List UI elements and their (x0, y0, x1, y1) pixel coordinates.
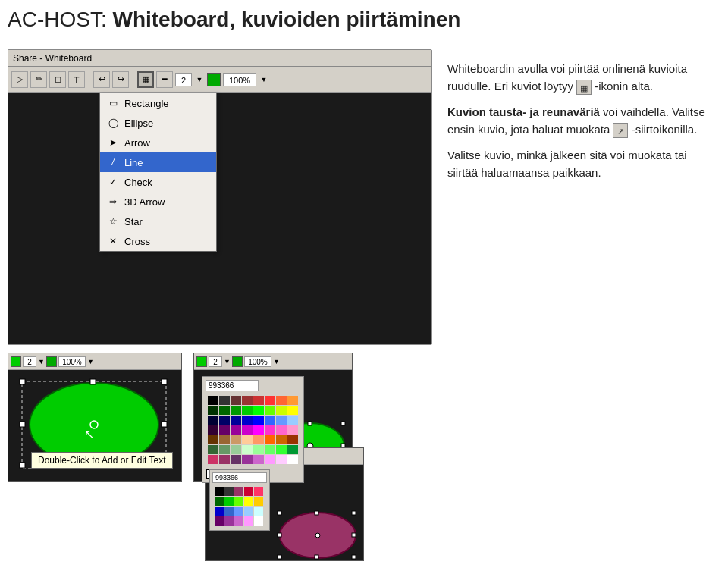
mini-number-2: 2 (209, 356, 222, 367)
main-toolbar: ▷ ✏ ◻ T ↩ ↪ ▦ ━ 2 ▼ 100% ▼ (8, 67, 431, 93)
shapes-dropdown[interactable]: ▭ Rectangle ◯ Ellipse ➤ Arrow / Line ✓ C… (99, 93, 217, 252)
hex-input[interactable]: 993366 (206, 380, 259, 391)
dropdown-arrow-weight[interactable]: ▼ (194, 71, 205, 88)
shape-check[interactable]: ✓ Check (100, 172, 216, 192)
shape-arrow[interactable]: ➤ Arrow (100, 133, 216, 152)
mini-percent-2: 100% (244, 356, 271, 367)
hex-input-2[interactable]: 993366 (212, 472, 267, 483)
page-title: AC-HOST: Whiteboard, kuvioiden piirtämin… (8, 8, 460, 32)
rectangle-icon: ▭ (106, 96, 120, 110)
canvas-area[interactable] (8, 93, 431, 344)
svg-rect-6 (162, 422, 167, 427)
shape-ellipse-label: Ellipse (124, 118, 153, 129)
mini-color-3 (196, 356, 207, 367)
ellipse-canvas: ↖ Double-Click to Add or Edit Text (8, 370, 181, 482)
svg-rect-30 (278, 533, 281, 537)
svg-text:↖: ↖ (84, 428, 94, 441)
cross-icon: ✕ (106, 234, 120, 248)
svg-rect-24 (315, 511, 318, 515)
eraser-icon[interactable]: ◻ (49, 71, 66, 88)
shape-line[interactable]: / Line (100, 152, 216, 172)
tooltip: Double-Click to Add or Edit Text (31, 452, 173, 469)
mini-color-2 (46, 356, 57, 367)
redo-icon[interactable]: ↪ (112, 71, 129, 88)
mini-percent-1: 100% (58, 356, 86, 367)
svg-point-31 (315, 533, 320, 538)
mini-number-1: 2 (23, 356, 36, 367)
toolbar-separator-1 (89, 72, 89, 87)
mini-toolbar-2: 2 ▼ 100% ▼ (194, 353, 352, 370)
desc-p2-suffix: -siirtoikonilla. (632, 123, 698, 136)
color-picker-box[interactable] (207, 73, 221, 86)
dropdown-arrow-zoom[interactable]: ▼ (259, 71, 269, 88)
mini-toolbar-1: 2 ▼ 100% ▼ (8, 353, 181, 370)
svg-rect-15 (341, 422, 345, 425)
pencil-icon[interactable]: ✏ (30, 71, 47, 88)
shape-3darrow[interactable]: ⇒ 3D Arrow (100, 192, 216, 212)
shape-line-label: Line (124, 157, 143, 168)
shape-ellipse[interactable]: ◯ Ellipse (100, 113, 216, 133)
svg-rect-2 (20, 379, 25, 384)
mini-drop-1: ▼ (38, 358, 45, 366)
color-grid[interactable] (206, 394, 300, 466)
arrow-icon: ➤ (106, 136, 120, 149)
shape-star-label: Star (124, 216, 143, 227)
svg-rect-7 (20, 463, 25, 468)
shape-rectangle-label: Rectangle (124, 98, 169, 109)
text-icon[interactable]: T (68, 71, 85, 88)
desc-p3: Valitse kuvio, minkä jälkeen sitä voi mu… (447, 149, 687, 179)
shape-3darrow-label: 3D Arrow (124, 196, 165, 208)
mini-color-1 (11, 356, 21, 367)
screenshot-ellipse-selected: 2 ▼ 100% ▼ ↖ Double-Click to A (8, 353, 182, 482)
shape-cross-label: Cross (124, 236, 150, 247)
svg-rect-5 (20, 422, 25, 427)
line-weight-icon[interactable]: ━ (156, 71, 173, 88)
svg-rect-23 (278, 511, 281, 515)
panel-titlebar: Share - Whiteboard (8, 50, 431, 67)
line-weight-value[interactable]: 2 (175, 73, 192, 86)
svg-rect-3 (90, 379, 96, 384)
svg-rect-29 (278, 555, 281, 559)
color-grid-small[interactable] (212, 485, 267, 528)
shape-rectangle[interactable]: ▭ Rectangle (100, 93, 216, 113)
shapes-inline-icon: ▦ (576, 80, 592, 95)
cursor-icon[interactable]: ▷ (11, 71, 28, 88)
shape-cross[interactable]: ✕ Cross (100, 231, 216, 251)
ellipse-icon: ◯ (106, 116, 120, 130)
undo-icon[interactable]: ↩ (93, 71, 110, 88)
whiteboard-panel: Share - Whiteboard ▷ ✏ ◻ T ↩ ↪ ▦ ━ 2 ▼ 1… (8, 49, 432, 345)
color-picker-popup[interactable]: 993366 (202, 376, 304, 483)
star-icon: ☆ (106, 215, 120, 228)
check-icon: ✓ (106, 175, 120, 189)
svg-rect-27 (352, 555, 356, 559)
shape-arrow-label: Arrow (124, 137, 150, 149)
mini-drop-2: ▼ (87, 358, 94, 366)
panel-title: Share - Whiteboard (13, 53, 92, 64)
color-picker-popup-2[interactable]: 993366 (209, 469, 270, 531)
mini-drop-4: ▼ (273, 358, 280, 366)
shapes-icon[interactable]: ▦ (137, 71, 154, 88)
shape-check-label: Check (124, 177, 152, 188)
svg-rect-4 (162, 379, 167, 384)
desc-p2-bold: Kuvion tausta- ja reunaväriä (447, 105, 600, 118)
mini-drop-3: ▼ (224, 358, 231, 366)
svg-rect-14 (308, 422, 312, 425)
3darrow-icon: ⇒ (106, 195, 120, 209)
svg-rect-26 (352, 533, 356, 537)
svg-rect-25 (352, 511, 356, 515)
shape-star[interactable]: ☆ Star (100, 212, 216, 231)
toolbar-separator-2 (133, 72, 133, 87)
line-icon: / (106, 155, 120, 169)
svg-rect-28 (315, 555, 318, 559)
zoom-percent[interactable]: 100% (223, 73, 256, 86)
mini-color-4 (232, 356, 243, 367)
desc-p1-suffix: -ikonin alta. (595, 80, 653, 93)
right-description: Whiteboardin avulla voi piirtää onlinenä… (447, 61, 705, 190)
move-inline-icon: ↗ (613, 123, 628, 138)
